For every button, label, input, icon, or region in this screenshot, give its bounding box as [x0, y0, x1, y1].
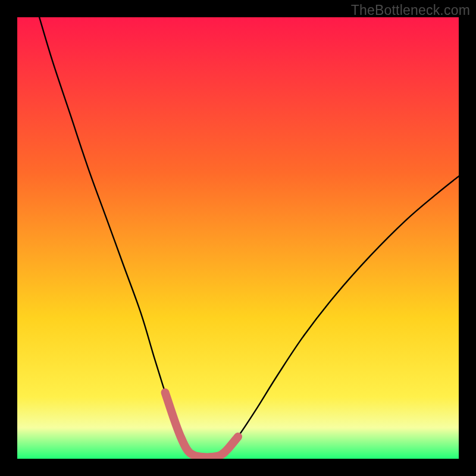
plot-area	[17, 17, 459, 459]
chart-frame: TheBottleneck.com	[0, 0, 476, 476]
watermark-text: TheBottleneck.com	[351, 2, 470, 18]
chart-svg	[17, 17, 459, 459]
gradient-background	[17, 17, 459, 459]
